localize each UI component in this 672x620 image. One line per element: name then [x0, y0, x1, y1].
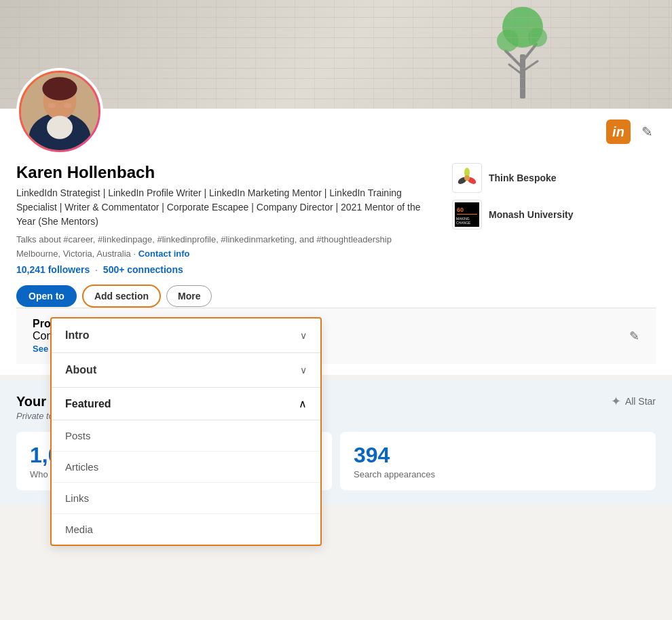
svg-point-11: [42, 77, 77, 101]
location-separator: ·: [133, 249, 138, 259]
dropdown-intro-header[interactable]: Intro ∨: [52, 318, 320, 352]
think-bespoke-logo: [452, 163, 482, 193]
svg-point-19: [464, 175, 470, 181]
services-edit-button[interactable]: ✎: [629, 329, 639, 344]
svg-rect-0: [520, 54, 525, 98]
svg-rect-22: [457, 214, 477, 215]
add-section-button[interactable]: Add section: [82, 285, 161, 308]
profile-name: Karen Hollenbach: [16, 163, 425, 182]
profile-top-icons: in ✎: [16, 109, 656, 149]
company-item-monash[interactable]: 60 MAKING CHANGE Monash University: [452, 200, 656, 230]
dropdown-item-articles[interactable]: Articles: [52, 452, 320, 483]
dropdown-item-links[interactable]: Links: [52, 483, 320, 514]
dropdown-item-posts[interactable]: Posts: [52, 420, 320, 452]
svg-point-6: [497, 30, 519, 52]
profile-card: in ✎ Karen Hollenbach LinkedIdn Strategi…: [0, 109, 672, 375]
location-text: Melbourne, Victoria, Australia: [16, 249, 131, 259]
svg-point-13: [48, 103, 56, 109]
dropdown-item-media[interactable]: Media: [52, 514, 320, 545]
dropdown-featured-header[interactable]: Featured ∧: [52, 388, 320, 420]
profile-talks: Talks about #career, #linkedinpage, #lin…: [16, 234, 425, 244]
profile-right: Think Bespoke 60 MAKING CHANGE Monash Un…: [452, 163, 656, 308]
pencil-icon: ✎: [641, 124, 653, 139]
stat-card-search[interactable]: 394 Search appearances: [340, 432, 656, 490]
connections-link[interactable]: 500+ connections: [103, 264, 183, 275]
svg-point-12: [47, 116, 73, 139]
profile-connections: 10,241 followers · 500+ connections: [16, 264, 425, 275]
more-button[interactable]: More: [166, 285, 212, 307]
star-icon: ✦: [611, 394, 621, 409]
search-label: Search appearances: [354, 469, 642, 479]
svg-point-14: [64, 103, 71, 109]
profile-left: Karen Hollenbach LinkedIdn Strategist | …: [16, 163, 425, 308]
followers-link[interactable]: 10,241 followers: [16, 264, 90, 275]
linkedin-badge[interactable]: in: [606, 120, 631, 144]
profile-location: Melbourne, Victoria, Australia · Contact…: [16, 249, 425, 259]
edit-profile-button[interactable]: ✎: [639, 121, 656, 143]
intro-chevron: ∨: [300, 330, 307, 341]
think-bespoke-name: Think Bespoke: [489, 172, 557, 183]
contact-info-link[interactable]: Contact info: [138, 249, 190, 259]
linkedin-icon: in: [612, 124, 624, 140]
featured-label: Featured: [65, 398, 111, 410]
svg-point-7: [528, 28, 547, 47]
tree-decoration: [496, 7, 550, 102]
svg-text:60: 60: [457, 206, 464, 213]
profile-headline: LinkedIdn Strategist | LinkedIn Profile …: [16, 186, 425, 229]
svg-line-4: [523, 61, 538, 71]
svg-line-2: [523, 44, 536, 61]
avatar-image: [21, 73, 98, 150]
search-number: 394: [354, 443, 642, 468]
add-section-dropdown: Intro ∨ About ∨ Featured ∧: [50, 317, 322, 546]
cover-background: [0, 0, 672, 109]
buttons-row: Open to Add section More Intro ∨ About ∨: [16, 285, 425, 308]
about-chevron: ∨: [300, 365, 307, 376]
svg-text:CHANGE: CHANGE: [456, 221, 471, 225]
avatar: [16, 68, 103, 155]
dropdown-about-header[interactable]: About ∨: [52, 353, 320, 387]
profile-info-row: Karen Hollenbach LinkedIdn Strategist | …: [16, 163, 656, 308]
all-star-label: All Star: [625, 396, 656, 407]
featured-chevron: ∧: [299, 397, 307, 410]
edit-services-icon: ✎: [629, 329, 639, 343]
svg-line-1: [506, 51, 523, 68]
open-to-button[interactable]: Open to: [16, 285, 77, 307]
monash-name: Monash University: [489, 209, 573, 220]
cover-banner: [0, 0, 672, 109]
svg-point-5: [502, 7, 543, 48]
svg-line-3: [509, 65, 523, 75]
company-item-think-bespoke[interactable]: Think Bespoke: [452, 163, 656, 193]
intro-label: Intro: [65, 329, 90, 342]
about-label: About: [65, 364, 96, 376]
connections-separator: ·: [95, 264, 100, 275]
all-star-badge: ✦ All Star: [611, 394, 656, 409]
monash-logo: 60 MAKING CHANGE: [452, 200, 482, 230]
